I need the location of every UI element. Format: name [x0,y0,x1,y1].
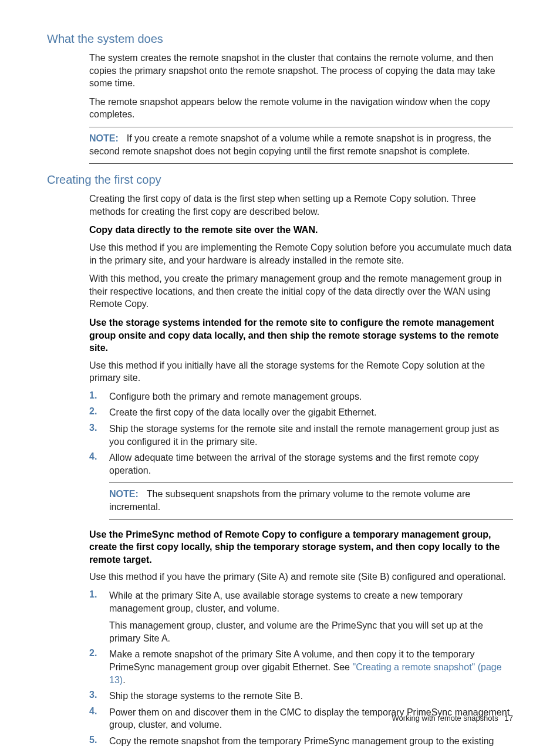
list-text: Copy the remote snapshot from the tempor… [109,735,513,746]
list-text: Create the first copy of the data locall… [109,406,376,419]
note-label: NOTE: [89,133,119,143]
list-item: 3. Ship the storage systems to the remot… [89,690,513,703]
note-text: NOTE:The subsequent snapshots from the p… [109,488,513,513]
content-block: The system creates the remote snapshot i… [47,52,513,164]
content-block: Creating the first copy of data is the f… [47,193,513,746]
footer-text: Working with remote snapshots [392,714,498,723]
body-text: With this method, you create the primary… [89,272,513,310]
list-item: 1. While at the primary Site A, use avai… [89,589,513,644]
body-text: Use this method if you initially have al… [89,359,513,384]
list-number: 4. [89,451,109,462]
list-text: While at the primary Site A, use availab… [109,589,513,644]
note-body: If you create a remote snapshot of a vol… [89,133,491,156]
body-text: The system creates the remote snapshot i… [89,52,513,90]
list-number: 5. [89,735,109,745]
list-item: 2. Create the first copy of the data loc… [89,406,513,419]
section-what-system-does: What the system does The system creates … [47,32,513,164]
method-title: Use the PrimeSync method of Remote Copy … [89,528,513,566]
body-text: Creating the first copy of data is the f… [89,193,513,218]
ordered-list: 1. Configure both the primary and remote… [89,390,513,477]
list-number: 3. [89,690,109,700]
method-title: Copy data directly to the remote site ov… [89,224,513,237]
heading-what-system-does: What the system does [47,32,513,46]
list-number: 2. [89,648,109,659]
list-text: Configure both the primary and remote ma… [109,390,362,403]
list-number: 4. [89,706,109,717]
method-title: Use the storage systems intended for the… [89,316,513,355]
note-box: NOTE:If you create a remote snapshot of … [89,127,513,164]
list-text-part: While at the primary Site A, use availab… [109,590,463,613]
list-number: 1. [89,589,109,600]
section-creating-first-copy: Creating the first copy Creating the fir… [47,173,513,746]
page-footer: Working with remote snapshots 17 [392,714,513,723]
note-text: NOTE:If you create a remote snapshot of … [89,132,513,157]
body-text: Use this method if you are implementing … [89,241,513,266]
body-text: The remote snapshot appears below the re… [89,96,513,121]
list-number: 3. [89,423,109,433]
list-item: 4. Allow adequate time between the arriv… [89,451,513,477]
body-text: Use this method if you have the primary … [89,571,513,583]
page-number: 17 [505,714,513,723]
list-text: Allow adequate time between the arrival … [109,451,513,477]
list-text: Ship the storage systems to the remote S… [109,690,303,703]
note-body: The subsequent snapshots from the primar… [109,489,470,512]
list-number: 2. [89,406,109,417]
list-sub-text: This management group, cluster, and volu… [109,619,513,644]
list-item: 1. Configure both the primary and remote… [89,390,513,403]
list-item: 2. Make a remote snapshot of the primary… [89,648,513,686]
list-text: Make a remote snapshot of the primary Si… [109,648,513,686]
note-label: NOTE: [109,489,139,499]
list-item: 5. Copy the remote snapshot from the tem… [89,735,513,746]
list-text-part: . [123,675,125,685]
list-item: 3. Ship the storage systems for the remo… [89,423,513,448]
list-number: 1. [89,390,109,401]
heading-creating-first-copy: Creating the first copy [47,173,513,187]
list-text: Ship the storage systems for the remote … [109,423,513,448]
note-box: NOTE:The subsequent snapshots from the p… [109,482,513,519]
